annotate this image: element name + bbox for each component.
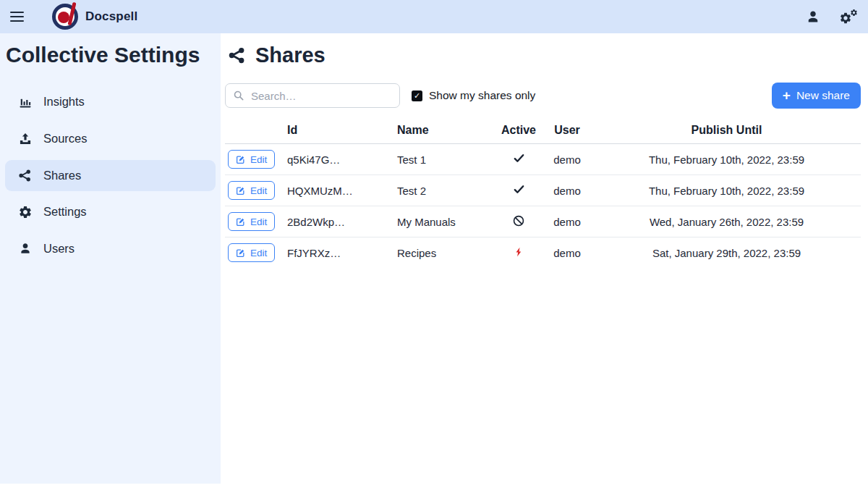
section-heading: Shares <box>228 43 861 67</box>
edit-icon <box>236 186 245 195</box>
table-row: Edit FfJYRXz… Recipes demo Sat, January … <box>225 237 861 269</box>
table-row: Edit HQXMUzM… Test 2 demo Thu, February … <box>225 175 861 206</box>
toolbar: ✓ Show my shares only + New share <box>225 83 861 109</box>
sidebar-item-shares[interactable]: Shares <box>5 160 216 191</box>
share-name: Test 1 <box>394 144 495 175</box>
share-name: My Manuals <box>394 206 495 237</box>
share-name: Test 2 <box>394 175 495 206</box>
edit-button[interactable]: Edit <box>228 181 275 200</box>
section-title: Shares <box>255 43 326 67</box>
sidebar-item-label: Users <box>43 242 75 256</box>
share-user: demo <box>542 206 592 237</box>
share-id: FfJYRXz… <box>284 237 394 269</box>
share-user: demo <box>542 175 592 206</box>
checkbox-label: Show my shares only <box>429 89 535 102</box>
chart-bar-icon <box>17 95 33 109</box>
plus-icon: + <box>783 88 791 102</box>
upload-icon <box>17 132 33 146</box>
show-my-shares-checkbox[interactable]: ✓ Show my shares only <box>412 89 535 102</box>
top-navbar: Docspell <box>0 0 868 33</box>
gear-icon <box>17 205 33 219</box>
user-icon <box>806 9 820 24</box>
sidebar-menu: Insights Sources Shares Settings Users <box>5 83 216 266</box>
share-user: demo <box>542 144 592 175</box>
share-publish-until: Thu, February 10th, 2022, 23:59 <box>592 144 861 175</box>
sidebar-item-users[interactable]: Users <box>5 233 216 264</box>
column-header-edit <box>225 121 284 144</box>
share-id: HQXMUzM… <box>284 175 394 206</box>
sidebar: Collective Settings Insights Sources Sha… <box>0 33 221 484</box>
menu-toggle-button[interactable] <box>10 7 30 27</box>
edit-icon <box>236 248 245 258</box>
sidebar-item-insights[interactable]: Insights <box>5 86 216 118</box>
new-share-button[interactable]: + New share <box>772 83 861 109</box>
bolt-icon <box>514 245 524 258</box>
share-publish-until: Thu, February 10th, 2022, 23:59 <box>592 175 861 206</box>
column-header-id: Id <box>284 121 394 144</box>
search-icon <box>233 90 244 101</box>
sidebar-item-label: Shares <box>43 169 81 182</box>
page-title: Collective Settings <box>6 42 216 67</box>
share-id: 2Bd2Wkp… <box>284 206 394 237</box>
share-icon <box>17 169 33 182</box>
table-row: Edit q5Ki47G… Test 1 demo Thu, February … <box>225 144 861 175</box>
check-icon <box>512 183 526 195</box>
sidebar-item-label: Sources <box>43 132 88 146</box>
column-header-name: Name <box>394 121 495 144</box>
ban-icon <box>512 214 525 227</box>
edit-icon <box>236 155 245 164</box>
share-name: Recipes <box>394 237 495 269</box>
share-id: q5Ki47G… <box>284 144 394 175</box>
column-header-user: User <box>542 121 592 144</box>
sidebar-item-sources[interactable]: Sources <box>5 123 216 155</box>
user-icon <box>17 242 33 255</box>
search-input[interactable] <box>251 90 392 102</box>
share-icon <box>228 46 246 64</box>
search-box <box>225 83 400 108</box>
share-user: demo <box>542 237 592 269</box>
shares-table: Id Name Active User Publish Until Edit q… <box>225 121 861 268</box>
edit-button[interactable]: Edit <box>228 150 275 169</box>
admin-settings-button[interactable] <box>839 9 858 25</box>
share-publish-until: Wed, January 26th, 2022, 23:59 <box>592 206 861 237</box>
edit-button[interactable]: Edit <box>228 212 275 231</box>
sidebar-item-settings[interactable]: Settings <box>5 196 216 228</box>
table-row: Edit 2Bd2Wkp… My Manuals demo Wed, Janua… <box>225 206 861 237</box>
edit-icon <box>236 217 245 227</box>
new-share-label: New share <box>796 89 850 102</box>
check-icon <box>512 152 526 164</box>
checkbox-checked-icon: ✓ <box>412 91 422 101</box>
sidebar-item-label: Settings <box>43 205 87 219</box>
brand-name: Docspell <box>85 9 137 24</box>
edit-button[interactable]: Edit <box>228 243 275 262</box>
column-header-active: Active <box>495 121 542 144</box>
table-header-row: Id Name Active User Publish Until <box>225 121 861 144</box>
brand[interactable]: Docspell <box>52 4 137 30</box>
main-content: Shares ✓ Show my shares only + New share… <box>221 33 868 488</box>
share-publish-until: Sat, January 29th, 2022, 23:59 <box>592 237 861 269</box>
gears-icon <box>839 9 858 25</box>
column-header-publish-until: Publish Until <box>592 121 861 144</box>
account-button[interactable] <box>806 9 820 24</box>
sidebar-item-label: Insights <box>43 95 85 109</box>
docspell-logo-icon <box>52 4 78 30</box>
